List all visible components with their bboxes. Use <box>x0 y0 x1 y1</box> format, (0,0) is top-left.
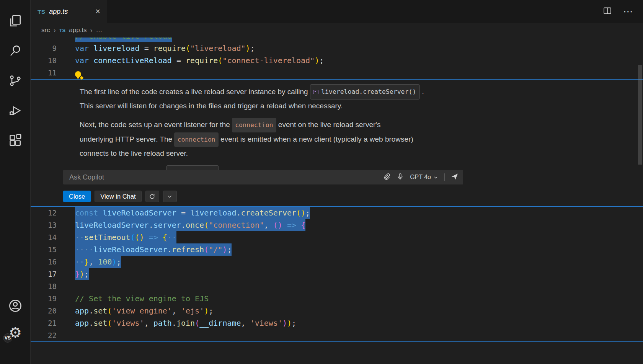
vscode-window: ⚙ VS TS app.ts × ⋯ src › TS ap <box>0 0 643 364</box>
editor-actions: ⋯ <box>603 0 643 23</box>
code-lines-top: 9var livereload = require("livereload");… <box>31 42 643 79</box>
code-lines-bottom: 12const liveReloadServer = livereload.cr… <box>31 207 643 341</box>
run-and-debug-icon[interactable] <box>0 96 31 126</box>
copilot-paragraph: Inside the event listener, a setTimeout … <box>80 165 628 170</box>
copilot-paragraph: The first line of the code creates a liv… <box>80 84 628 113</box>
line-number[interactable]: 20 <box>31 305 57 317</box>
close-button[interactable]: Close <box>63 191 91 202</box>
code-text: var livereload = require("livereload"); <box>75 42 255 54</box>
code-line[interactable]: 11 <box>31 67 643 79</box>
line-number[interactable]: 21 <box>31 317 57 329</box>
copilot-inline-chat: The first line of the code creates a liv… <box>31 79 643 207</box>
clipped-code-line: // enable live reload <box>31 38 643 42</box>
code-text: const liveReloadServer = livereload.crea… <box>75 207 310 219</box>
inline-code-chip: connection <box>174 132 218 147</box>
code-text: ····liveReloadServer.refresh("/"); <box>75 243 232 256</box>
code-line[interactable]: 19// Set the view engine to EJS <box>31 292 643 305</box>
activity-bar-bottom: ⚙ VS <box>0 297 31 341</box>
input-actions: GPT 4o <box>383 173 459 182</box>
microphone-icon[interactable] <box>397 173 404 182</box>
code-line[interactable]: 17}); <box>31 268 643 280</box>
more-options-button[interactable] <box>163 191 177 202</box>
code-line[interactable]: 18 <box>31 280 643 292</box>
line-number[interactable]: 17 <box>31 268 57 280</box>
code-line[interactable]: 13liveReloadServer.server.once("connecti… <box>31 219 643 231</box>
editor-group: TS app.ts × ⋯ src › TS app.ts › … // ena… <box>31 0 643 364</box>
view-in-chat-button[interactable]: View in Chat <box>95 191 141 202</box>
copilot-lightbulb-icon[interactable] <box>75 71 81 77</box>
typescript-file-icon: TS <box>38 8 45 15</box>
code-text: // Set the view engine to EJS <box>75 292 209 305</box>
source-control-icon[interactable] <box>0 66 31 96</box>
code-line[interactable]: 12const liveReloadServer = livereload.cr… <box>31 207 643 219</box>
symbol-link-chip[interactable]: livereload.createServer() <box>310 84 420 100</box>
code-line[interactable]: 22 <box>31 329 643 341</box>
line-number[interactable]: 14 <box>31 231 57 243</box>
inline-chat-border <box>31 341 643 342</box>
code-text: var connectLiveReload = require("connect… <box>75 54 324 67</box>
line-number[interactable]: 22 <box>31 329 57 341</box>
code-line[interactable]: 15····liveReloadServer.refresh("/"); <box>31 243 643 256</box>
chevron-down-icon <box>167 194 173 199</box>
accounts-icon[interactable] <box>0 297 31 314</box>
copilot-input-row: GPT 4o <box>63 170 463 184</box>
model-label: GPT 4o <box>410 174 431 181</box>
send-icon[interactable] <box>451 173 459 182</box>
copilot-input[interactable] <box>69 173 377 182</box>
code-editor[interactable]: // enable live reload 9var livereload = … <box>31 38 643 364</box>
refresh-icon <box>149 193 155 200</box>
breadcrumb-separator-icon: › <box>90 26 93 34</box>
code-line[interactable]: 9var livereload = require("livereload"); <box>31 42 643 54</box>
chevron-down-icon <box>433 175 438 180</box>
code-line[interactable]: 14··setTimeout(() => {·· <box>31 231 643 243</box>
tab-app-ts[interactable]: TS app.ts × <box>31 0 107 23</box>
code-text: app.set('view engine', 'ejs'); <box>75 305 213 317</box>
typescript-file-icon: TS <box>59 28 66 33</box>
breadcrumb-symbol[interactable]: … <box>96 26 103 34</box>
copilot-actions: Close View in Chat <box>63 191 643 202</box>
copilot-paragraph: Next, the code sets up an event listener… <box>80 118 628 160</box>
divider <box>444 173 445 181</box>
line-number[interactable]: 19 <box>31 292 57 305</box>
line-number[interactable]: 13 <box>31 219 57 231</box>
more-actions-icon[interactable]: ⋯ <box>623 7 633 16</box>
extensions-icon[interactable] <box>0 126 31 155</box>
tab-close-icon[interactable]: × <box>95 7 100 16</box>
line-number[interactable]: 18 <box>31 280 57 292</box>
breadcrumb-separator-icon: › <box>54 26 56 34</box>
manage-gear[interactable]: ⚙ VS <box>7 324 24 341</box>
line-number[interactable]: 10 <box>31 54 57 67</box>
code-line[interactable]: 21app.set('views', path.join(__dirname, … <box>31 317 643 329</box>
tab-label: app.ts <box>49 8 68 16</box>
line-number[interactable]: 16 <box>31 256 57 268</box>
code-line[interactable]: 10var connectLiveReload = require("conne… <box>31 54 643 67</box>
activity-bar: ⚙ VS <box>0 0 31 364</box>
inline-code-chip: connection <box>232 118 276 132</box>
line-number[interactable] <box>31 38 57 42</box>
regenerate-button[interactable] <box>145 191 159 202</box>
line-number[interactable]: 15 <box>31 243 57 256</box>
code-text: liveReloadServer.server.once("connection… <box>75 219 305 231</box>
code-line[interactable]: 20app.set('view engine', 'ejs'); <box>31 305 643 317</box>
explorer-icon[interactable] <box>0 6 31 36</box>
line-number[interactable]: 12 <box>31 207 57 219</box>
code-text: // enable live reload <box>75 38 172 42</box>
model-picker[interactable]: GPT 4o <box>410 174 438 181</box>
search-icon[interactable] <box>0 36 31 66</box>
attach-icon[interactable] <box>383 173 390 182</box>
profile-badge[interactable]: VS <box>3 333 12 343</box>
code-text: ··}, 100); <box>75 256 121 268</box>
symbol-link-chip[interactable]: setTimeout <box>166 165 219 170</box>
copilot-response: The first line of the code creates a liv… <box>31 80 643 170</box>
tab-bar: TS app.ts × ⋯ <box>31 0 643 23</box>
line-number[interactable]: 9 <box>31 42 57 54</box>
code-text: ··setTimeout(() => {·· <box>75 231 176 243</box>
code-line[interactable]: // enable live reload <box>31 38 643 42</box>
code-line[interactable]: 16··}, 100); <box>31 256 643 268</box>
code-text: }); <box>75 268 89 280</box>
breadcrumb-src[interactable]: src <box>41 26 50 34</box>
split-editor-icon[interactable] <box>603 7 612 16</box>
vertical-scrollbar[interactable] <box>638 65 642 165</box>
breadcrumb-file[interactable]: app.ts <box>69 26 86 34</box>
line-number[interactable]: 11 <box>31 67 57 79</box>
